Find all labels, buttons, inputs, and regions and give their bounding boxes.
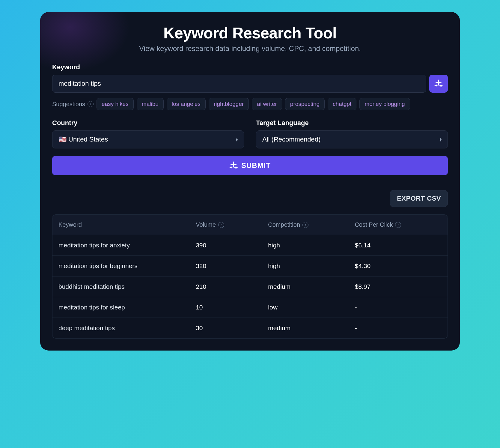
suggestion-chip[interactable]: chatgpt (328, 98, 356, 110)
chevron-updown-icon: ▴▾ (236, 138, 238, 141)
td-volume: 10 (196, 304, 268, 311)
td-volume: 390 (196, 242, 268, 249)
keyword-row (52, 75, 448, 93)
th-cpc: Cost Per Click i (355, 221, 442, 228)
country-label: Country (52, 119, 244, 127)
suggestions-label: Suggestions i (52, 101, 94, 108)
keyword-label: Keyword (52, 63, 448, 71)
td-keyword: meditation tips for sleep (58, 304, 196, 311)
td-cpc: - (355, 304, 442, 311)
language-wrapper: Target Language All (Recommended) ▴▾ (256, 119, 448, 148)
suggestion-chip[interactable]: rightblogger (209, 98, 249, 110)
submit-button[interactable]: SUBMIT (52, 156, 448, 175)
table-row: buddhist meditation tips 210 medium $8.9… (52, 276, 448, 297)
submit-label: SUBMIT (241, 161, 271, 170)
page-title: Keyword Research Tool (52, 24, 448, 42)
ai-generate-button[interactable] (429, 75, 448, 93)
suggestion-chip[interactable]: money blogging (359, 98, 410, 110)
suggestion-chip[interactable]: prospecting (285, 98, 325, 110)
chevron-updown-icon: ▴▾ (440, 138, 442, 141)
td-competition: high (268, 242, 355, 249)
td-cpc: $8.97 (355, 283, 442, 290)
table-header: Keyword Volume i Competition i Cost Per … (52, 215, 448, 235)
td-keyword: meditation tips for anxiety (58, 242, 196, 249)
country-select[interactable]: 🇺🇸 United States ▴▾ (52, 130, 244, 148)
td-keyword: meditation tips for beginners (58, 262, 196, 270)
results-table: Keyword Volume i Competition i Cost Per … (52, 214, 448, 339)
suggestion-chip[interactable]: ai writer (252, 98, 282, 110)
td-keyword: buddhist meditation tips (58, 283, 196, 290)
sparkle-icon (229, 161, 238, 170)
info-icon[interactable]: i (218, 222, 224, 228)
form-section: Keyword Suggestions i easy hikes malibu … (52, 63, 448, 339)
language-value: All (Recommended) (262, 136, 320, 143)
th-competition: Competition i (268, 221, 355, 228)
td-volume: 210 (196, 283, 268, 290)
suggestion-chip[interactable]: easy hikes (97, 98, 134, 110)
suggestion-chip[interactable]: los angeles (167, 98, 206, 110)
td-competition: low (268, 304, 355, 311)
selects-row: Country 🇺🇸 United States ▴▾ Target Langu… (52, 119, 448, 148)
table-row: deep meditation tips 30 medium - (52, 318, 448, 338)
main-card: Keyword Research Tool View keyword resea… (40, 12, 460, 351)
td-competition: medium (268, 283, 355, 290)
td-keyword: deep meditation tips (58, 324, 196, 332)
th-keyword: Keyword (58, 221, 196, 228)
info-icon[interactable]: i (395, 222, 401, 228)
language-select[interactable]: All (Recommended) ▴▾ (256, 130, 448, 148)
suggestions-row: Suggestions i easy hikes malibu los ange… (52, 98, 448, 110)
td-cpc: - (355, 324, 442, 332)
export-csv-button[interactable]: EXPORT CSV (390, 190, 448, 207)
language-label: Target Language (256, 119, 448, 127)
table-row: meditation tips for beginners 320 high $… (52, 256, 448, 276)
country-wrapper: Country 🇺🇸 United States ▴▾ (52, 119, 244, 148)
th-volume: Volume i (196, 221, 268, 228)
table-row: meditation tips for anxiety 390 high $6.… (52, 235, 448, 256)
country-value: 🇺🇸 United States (58, 136, 108, 143)
sparkle-icon (434, 79, 443, 88)
td-competition: medium (268, 324, 355, 332)
td-competition: high (268, 262, 355, 270)
info-icon[interactable]: i (302, 222, 308, 228)
keyword-input[interactable] (52, 75, 426, 93)
table-row: meditation tips for sleep 10 low - (52, 297, 448, 318)
info-icon[interactable]: i (88, 101, 94, 107)
td-cpc: $6.14 (355, 242, 442, 249)
td-volume: 30 (196, 324, 268, 332)
page-subtitle: View keyword research data including vol… (52, 44, 448, 53)
td-cpc: $4.30 (355, 262, 442, 270)
header: Keyword Research Tool View keyword resea… (52, 24, 448, 53)
export-row: EXPORT CSV (52, 190, 448, 207)
td-volume: 320 (196, 262, 268, 270)
suggestion-chip[interactable]: malibu (137, 98, 164, 110)
